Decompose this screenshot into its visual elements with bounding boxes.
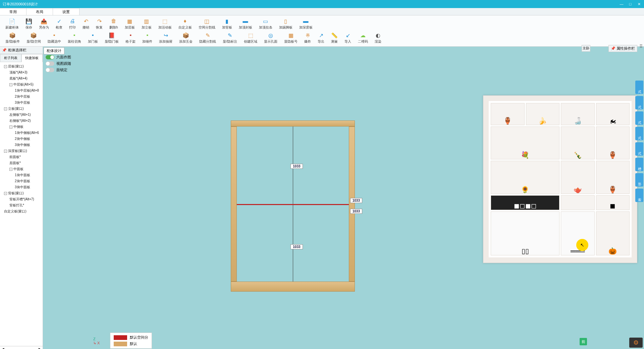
ribbon-自定义板[interactable]: ♦自定义板 — [175, 17, 195, 31]
tree-node[interactable]: 1块中侧板(Alt+6 — [1, 130, 42, 136]
ribbon-加细件[interactable]: ▪加细件 — [139, 31, 156, 45]
tab-common[interactable]: 常用 — [0, 8, 26, 15]
ribbon-加深度板[interactable]: ▬加深度板 — [296, 17, 316, 31]
maximize-button[interactable]: □ — [628, 2, 633, 6]
tree-node[interactable]: 右侧板*(Alt+2) — [1, 118, 42, 124]
tree-node[interactable]: -中侧板 — [1, 124, 42, 130]
scroll-right[interactable]: ▶ — [39, 347, 41, 349]
minimize-button[interactable]: — — [619, 2, 624, 6]
right-btn-式[interactable]: 式 — [635, 127, 643, 140]
ribbon-恢复[interactable]: ↷恢复 — [93, 17, 106, 31]
ribbon-隐藏选中[interactable]: ▪隐藏选中 — [44, 31, 64, 45]
tree-node[interactable]: 2块中侧板 — [1, 136, 42, 142]
left-tab-list[interactable]: 柜子列表 — [0, 54, 21, 62]
ribbon-显/隐板件[interactable]: 📦显/隐板件 — [2, 31, 23, 45]
ribbon-加顶封板[interactable]: ▬加顶封板 — [235, 17, 256, 31]
ribbon-二维码[interactable]: ☁二维码 — [355, 31, 371, 45]
ribbon-添加五金[interactable]: 📦添加五金 — [176, 31, 196, 45]
tree-node[interactable]: 3块中层板 — [1, 100, 42, 106]
pin-icon[interactable]: 📌 — [2, 48, 7, 52]
tree-node[interactable]: 1块中层板(Alt+8 — [1, 88, 42, 94]
ribbon-显示孔面[interactable]: ◎显示孔面 — [261, 31, 281, 45]
tree-node[interactable]: -背板(窗口) — [1, 190, 42, 196]
ribbon-加顶拉条[interactable]: ▭加顶拉条 — [256, 17, 276, 31]
right-btn-槽[interactable]: 槽 — [635, 158, 643, 171]
left-tab-quick[interactable]: 快捷加板 — [21, 54, 43, 62]
tree-node[interactable]: 后面板* — [1, 160, 42, 166]
tree-node[interactable]: -中层板(Alt+5) — [1, 82, 42, 88]
ribbon-创建区域[interactable]: ⬚创建区域 — [240, 31, 261, 45]
删除h-icon: 🗑 — [110, 18, 117, 24]
right-btn-式[interactable]: 式 — [635, 111, 643, 125]
ribbon: 📄新建柜体💾保存📤另存为✓检查🖨打印↶撤销↷恢复🗑删除h▦加层板▥加立板⬚加活动… — [0, 15, 644, 47]
cabinet-frame[interactable]: 1033 1033 1033 1033 — [231, 120, 355, 292]
tree-node[interactable]: 顶板*(Alt+3) — [1, 69, 42, 76]
tree-node[interactable]: 3块中面板 — [1, 184, 42, 190]
tree-node[interactable]: -层板(窗口) — [1, 63, 42, 69]
right-btn-式[interactable]: 式 — [635, 81, 643, 94]
dim-mid2[interactable]: 1033 — [350, 209, 362, 214]
ribbon-检查[interactable]: ✓检查 — [52, 17, 66, 31]
settings-gear[interactable]: ⚙ — [629, 338, 643, 348]
right-btn-形[interactable]: 形 — [635, 173, 643, 187]
close-button[interactable]: ✕ — [637, 2, 641, 6]
ribbon-空间分割线[interactable]: ◫空间分割线 — [195, 17, 219, 31]
tree-node[interactable]: 1块中面板 — [1, 172, 42, 178]
ribbon-测量[interactable]: 📏测量 — [328, 31, 341, 45]
main-room-label[interactable]: 主卧 — [582, 45, 590, 52]
tree-node[interactable]: 2块中面板 — [1, 178, 42, 184]
ribbon-加活动板[interactable]: ⬚加活动板 — [155, 17, 175, 31]
tree-node[interactable]: 底板*(Alt+4) — [1, 76, 42, 82]
ribbon-显/隐标注[interactable]: ✎显/隐标注 — [219, 31, 240, 45]
tree-node[interactable]: -立板(窗口) — [1, 106, 42, 112]
ribbon-隐藏分割线[interactable]: ✎隐藏分割线 — [196, 31, 219, 45]
ribbon-显隐板号[interactable]: ▦显隐板号 — [281, 31, 301, 45]
ribbon-爆炸[interactable]: ※爆炸 — [301, 31, 314, 45]
ribbon-格子架[interactable]: ▪格子架 — [122, 31, 139, 45]
horizontal-divider-selected[interactable] — [237, 204, 349, 205]
right-btn-索[interactable]: 索 — [635, 189, 643, 202]
ribbon-保存[interactable]: 💾保存 — [22, 17, 36, 31]
ribbon-打印[interactable]: 🖨打印 — [66, 17, 79, 31]
tree-node[interactable]: 背板打孔* — [1, 202, 42, 208]
ribbon-导入[interactable]: ↙导入 — [341, 31, 355, 45]
ribbon-导出[interactable]: ↗导出 — [314, 31, 328, 45]
ribbon-新建柜体[interactable]: 📄新建柜体 — [2, 17, 22, 31]
ribbon-加背板[interactable]: ▮加背板 — [219, 17, 235, 31]
tab-layout[interactable]: 布局 — [26, 8, 53, 15]
ribbon-装柱切角[interactable]: ▪装柱切角 — [64, 31, 85, 45]
ribbon-加层板[interactable]: ▦加层板 — [121, 17, 138, 31]
ribbon-加立板[interactable]: ▥加立板 — [138, 17, 155, 31]
ribbon-删除h[interactable]: 🗑删除h — [106, 17, 121, 31]
tree-node[interactable]: 背板开槽*(Alt+7) — [1, 196, 42, 202]
grid-icon[interactable]: ⠿ — [639, 44, 643, 49]
tree-node[interactable]: 2块中层板 — [1, 94, 42, 100]
toggle-视图跟随[interactable] — [46, 61, 54, 66]
front-badge[interactable]: 前 — [580, 338, 587, 345]
property-panel-label[interactable]: 📌 属性操作栏 — [608, 45, 637, 52]
tree[interactable]: -层板(窗口)顶板*(Alt+3)底板*(Alt+4)-中层板(Alt+5)1块… — [0, 62, 43, 346]
tree-node[interactable]: 3块中侧板 — [1, 142, 42, 148]
toggle-面锁定[interactable] — [46, 68, 54, 72]
right-btn-式[interactable]: 式 — [635, 96, 643, 109]
tree-node[interactable]: 前面板* — [1, 154, 42, 160]
ribbon-显/隐门板[interactable]: 📕显/隐门板 — [101, 31, 122, 45]
tree-node[interactable]: -深度板(窗口) — [1, 148, 42, 154]
ribbon-显/隐空间[interactable]: 📦显/隐空间 — [23, 31, 44, 45]
ribbon-渲染[interactable]: ◐渲染 — [371, 31, 385, 45]
toggle-六面作图[interactable] — [46, 55, 54, 59]
right-btn-式[interactable]: 式 — [635, 142, 643, 156]
ribbon-另存为[interactable]: 📤另存为 — [36, 17, 52, 31]
tab-settings[interactable]: 设置 — [53, 8, 79, 15]
scroll-left[interactable]: ◀ — [1, 347, 4, 349]
dim-mid1[interactable]: 1033 — [350, 198, 362, 203]
tree-node[interactable]: 左侧板*(Alt+1) — [1, 112, 42, 118]
ribbon-撤销[interactable]: ↶撤销 — [79, 17, 93, 31]
ribbon-加踢脚板[interactable]: ▯加踢脚板 — [276, 17, 296, 31]
design-tab[interactable]: 柜体设计 — [44, 47, 64, 54]
tree-node[interactable]: -中面板 — [1, 166, 42, 172]
tree-node[interactable]: 自定义板(窗口) — [1, 208, 42, 214]
ribbon-添加抽屉[interactable]: ↪添加抽屉 — [156, 31, 176, 45]
canvas[interactable]: 柜体设计 六面作图视图跟随面锁定 1033 1033 1033 1033 🏺🍌🍶… — [43, 47, 644, 349]
ribbon-加门板[interactable]: ▪加门板 — [85, 31, 101, 45]
